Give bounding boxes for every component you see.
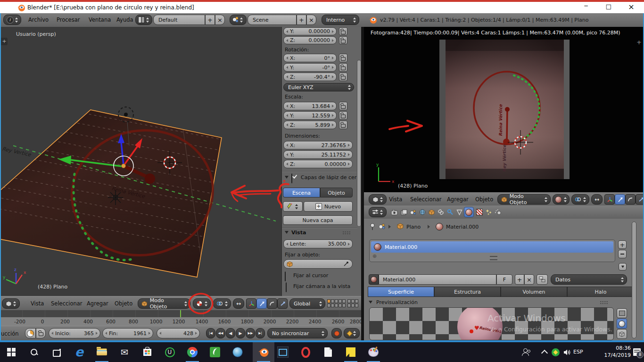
frame-end-field[interactable]: Fin:1961: [102, 328, 153, 338]
volume-tray-button[interactable]: [560, 345, 574, 359]
list-resize-grip[interactable]: [490, 256, 497, 260]
task-view-button[interactable]: [50, 345, 64, 359]
tab-halo[interactable]: Halo: [567, 287, 634, 297]
keying-set-select[interactable]: [344, 328, 360, 338]
next-keyframe-button[interactable]: ▶▶: [246, 328, 255, 338]
scale-y-field[interactable]: Y:12.559: [283, 111, 337, 120]
sync-mode-select[interactable]: No sincronizar: [267, 328, 328, 338]
grease-pencil-datablock-button[interactable]: [283, 201, 303, 212]
tab-particles[interactable]: [484, 207, 493, 217]
tab-superficie[interactable]: Superficie: [368, 287, 434, 297]
lock-object-picker-field[interactable]: [283, 259, 353, 269]
preview-collapse-icon[interactable]: [369, 301, 372, 304]
nodes-button[interactable]: [537, 274, 548, 285]
menu-ventana[interactable]: Ventana: [89, 16, 111, 23]
scene-name-field[interactable]: Scene: [248, 15, 297, 25]
tab-data[interactable]: [455, 207, 464, 217]
play-reverse-button[interactable]: ◀: [226, 328, 235, 338]
camera-view[interactable]: Reina Vértice Rey Vértice y x: [364, 27, 644, 192]
paint-button[interactable]: [366, 345, 380, 359]
menu-seleccionar[interactable]: Seleccionar: [410, 196, 442, 203]
manipulator-axis-button[interactable]: [604, 194, 615, 205]
manipulator-axis-button[interactable]: [246, 298, 256, 309]
manipulator-translate-button[interactable]: [256, 298, 267, 309]
vista-panel-collapse-icon[interactable]: [285, 231, 289, 234]
lock-frame-button[interactable]: [36, 328, 46, 338]
menu-agregar[interactable]: Agregar: [87, 300, 108, 307]
tab-render[interactable]: [390, 207, 399, 217]
tab-constraints[interactable]: [436, 207, 445, 217]
tab-render-layers[interactable]: [399, 207, 408, 217]
notifications-button[interactable]: 8: [630, 345, 644, 359]
rotation-mode-select[interactable]: Euler XYZ: [283, 83, 354, 91]
lock-icon[interactable]: [339, 102, 347, 110]
close-button[interactable]: ×: [622, 2, 641, 11]
scene-delete-button[interactable]: ×: [306, 15, 316, 25]
scale-x-field[interactable]: X:13.684: [283, 102, 337, 110]
manipulator-toggle-button[interactable]: ↔: [591, 194, 603, 205]
frame-start-field[interactable]: Inicio:365: [49, 328, 100, 338]
render-engine-select[interactable]: Interno: [322, 15, 359, 25]
lens-field[interactable]: Lente:35.000: [283, 239, 353, 248]
menu-vista[interactable]: Vista: [389, 196, 402, 203]
auto-keyframe-button[interactable]: [331, 328, 342, 338]
scale-z-field[interactable]: Z:5.899: [283, 121, 337, 129]
mail-button[interactable]: ✉: [117, 345, 132, 359]
lock-icon[interactable]: [339, 73, 347, 81]
tab-texture[interactable]: [475, 207, 484, 217]
timeline-menu-partial[interactable]: ucción: [1, 330, 18, 337]
tab-modifiers[interactable]: [446, 207, 454, 217]
rotation-x-field[interactable]: X:0°: [283, 54, 337, 62]
editor-type-button[interactable]: [369, 207, 387, 217]
screen-layout-name-field[interactable]: Default: [153, 15, 205, 25]
preview-sphere-button[interactable]: [617, 319, 627, 329]
jump-end-button[interactable]: ▶|: [256, 328, 265, 338]
scene-add-button[interactable]: +: [297, 15, 306, 25]
lock-icon[interactable]: [339, 36, 347, 44]
region-expand-handle[interactable]: +: [636, 39, 642, 46]
menu-objeto[interactable]: Objeto: [475, 196, 493, 203]
video-app-button[interactable]: [276, 345, 290, 359]
layout-delete-button[interactable]: ×: [215, 15, 225, 25]
slot-add-button[interactable]: +: [618, 240, 627, 249]
dim-y-field[interactable]: Y:25.11752: [283, 150, 353, 159]
preview-cube-button[interactable]: [617, 329, 627, 339]
scene-browse-button[interactable]: [230, 15, 247, 25]
panel-drag-grip[interactable]: [600, 301, 608, 304]
blender-active-tile[interactable]: [253, 342, 274, 362]
editor-type-info-button[interactable]: i: [3, 15, 21, 25]
lock-to-cursor-checkbox[interactable]: [285, 272, 286, 281]
tab-material[interactable]: [464, 207, 474, 217]
manipulator-toggle-button[interactable]: ↔: [233, 298, 244, 309]
mode-select[interactable]: Modo Objeto: [138, 298, 190, 309]
prev-keyframe-button[interactable]: ◀◀: [216, 328, 225, 338]
panel-drag-grip[interactable]: [342, 231, 351, 234]
viewport-shading-select[interactable]: [193, 298, 211, 309]
play-button[interactable]: ▶: [236, 328, 245, 338]
menu-archivo[interactable]: Archivo: [28, 16, 49, 23]
preview-flat-button[interactable]: [617, 308, 627, 318]
edge-button[interactable]: e: [72, 345, 86, 359]
layers-widget[interactable]: [327, 299, 358, 307]
scene-breadcrumb-icon[interactable]: [378, 223, 386, 230]
material-name-field[interactable]: Material.000: [379, 274, 496, 285]
location-z-field[interactable]: Z:0.00000: [283, 36, 337, 44]
manipulator-translate-button[interactable]: [615, 194, 625, 205]
people-tray-button[interactable]: [519, 345, 533, 359]
lock-icon[interactable]: [339, 27, 347, 35]
iobit-button[interactable]: U: [163, 345, 177, 359]
grease-tab-escena[interactable]: Escena: [283, 188, 320, 197]
3d-viewport[interactable]: Rey Vertice Reina Vértice: [0, 27, 283, 296]
opera-button[interactable]: [298, 345, 313, 359]
grease-pencil-checkbox[interactable]: [291, 173, 292, 183]
notepad-button[interactable]: [321, 345, 335, 359]
tab-scene[interactable]: [408, 207, 417, 217]
tab-object[interactable]: [427, 207, 436, 217]
layout-add-button[interactable]: +: [205, 15, 215, 25]
dim-z-field[interactable]: Z:0.00000: [283, 160, 353, 168]
pivot-point-select[interactable]: [571, 194, 589, 205]
slot-add-inline-icon[interactable]: ⊕: [372, 253, 377, 259]
manipulator-scale-button[interactable]: [277, 298, 288, 309]
jump-start-button[interactable]: |◀: [206, 328, 215, 338]
manipulator-rotate-button[interactable]: [267, 298, 277, 309]
